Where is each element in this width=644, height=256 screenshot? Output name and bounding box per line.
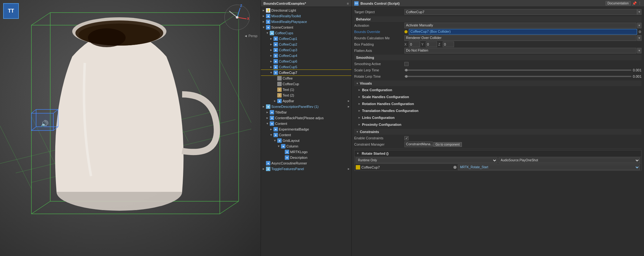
tree-arrow[interactable] bbox=[266, 122, 270, 125]
tree-item-coffeecup1[interactable]: ■ CoffeeCup1 bbox=[261, 36, 351, 42]
tree-arrow[interactable] bbox=[273, 99, 277, 103]
target-object-arrow[interactable]: ▼ bbox=[637, 9, 641, 15]
tree-arrow[interactable] bbox=[262, 167, 266, 170]
scene-gizmo[interactable]: Z X bbox=[223, 3, 251, 31]
tree-expand-right[interactable]: ► bbox=[347, 99, 350, 103]
tree-item-content-main[interactable]: ■ Content bbox=[261, 121, 351, 126]
tree-item-coffee[interactable]: Coffee bbox=[261, 75, 351, 81]
rotate-started-arrow[interactable] bbox=[356, 152, 359, 155]
tree-arrow[interactable] bbox=[277, 145, 281, 148]
visuals-section-header[interactable]: Visuals bbox=[354, 81, 641, 86]
event-function-select[interactable]: MRTK_Rotate_Start bbox=[458, 164, 640, 170]
tree-arrow[interactable] bbox=[262, 9, 266, 12]
tree-arrow[interactable] bbox=[270, 71, 273, 74]
3d-viewport[interactable]: 🔊 TT Z X ◄ Persp bbox=[0, 0, 261, 256]
bounds-override-settings[interactable]: ⚙ bbox=[638, 30, 641, 34]
tree-item-coffeecup2[interactable]: ■ CoffeeCup2 bbox=[261, 42, 351, 47]
bounds-calc-dropdown[interactable]: Renderer Over Collider bbox=[404, 35, 636, 41]
constraints-section-header[interactable]: Constraints bbox=[354, 129, 641, 135]
target-object-value[interactable]: CoffeeCup7 bbox=[404, 9, 637, 15]
tree-arrow[interactable] bbox=[270, 37, 273, 40]
scale-handles-row[interactable]: Scale Handles Configuration bbox=[354, 94, 641, 100]
rotate-lerp-track[interactable] bbox=[404, 76, 631, 77]
hierarchy-tree[interactable]: 💡 Directional Light ■ MixedRealityToolki… bbox=[261, 7, 351, 256]
tree-arrow[interactable] bbox=[262, 105, 266, 108]
tree-item-grid-layout[interactable]: ■ GridLayout bbox=[261, 138, 351, 143]
tree-item-coffeecup6[interactable]: ■ CoffeeCup6 bbox=[261, 58, 351, 64]
tree-arrow[interactable] bbox=[270, 133, 273, 136]
box-padding-z-input[interactable] bbox=[443, 42, 454, 47]
box-config-arrow[interactable] bbox=[358, 88, 361, 92]
tree-arrow[interactable] bbox=[270, 54, 273, 57]
tree-item-description[interactable]: ■ Description bbox=[261, 155, 351, 160]
scale-lerp-thumb[interactable] bbox=[405, 69, 408, 71]
tree-item-content-back[interactable]: ■ ContentBackPlate(Please adjus bbox=[261, 115, 351, 121]
tree-item-content-inner[interactable]: ■ Content bbox=[261, 132, 351, 138]
tree-item-mrtk[interactable]: ■ MixedRealityToolkit bbox=[261, 13, 351, 19]
settings-icon[interactable]: ⋮ bbox=[638, 1, 641, 5]
tree-item-scene-desc[interactable]: ■ SceneDescriptionPanelRev (1) ► bbox=[261, 104, 351, 109]
activation-dropdown[interactable]: Activate Manually bbox=[404, 23, 636, 28]
tree-item-scene-content[interactable]: ■ SceneContent bbox=[261, 25, 351, 30]
tree-arrow[interactable] bbox=[270, 60, 273, 63]
tree-item-titlebar[interactable]: ■ TitleBar bbox=[261, 109, 351, 115]
tree-arrow[interactable] bbox=[266, 116, 270, 120]
rotate-lerp-thumb[interactable] bbox=[405, 75, 408, 78]
tree-arrow[interactable] bbox=[273, 139, 277, 142]
proximity-config-row[interactable]: Proximity Configuration bbox=[354, 121, 641, 128]
tree-item-coffeecup5[interactable]: ■ CoffeeCup5 bbox=[261, 64, 351, 70]
constraint-manager-input[interactable]: ConstraintMana… bbox=[404, 142, 433, 147]
tree-arrow[interactable] bbox=[262, 26, 266, 29]
go-to-component-button[interactable]: Go to component bbox=[433, 142, 462, 147]
tree-item-coffeecup7[interactable]: ■ CoffeeCup7 bbox=[261, 70, 351, 75]
documentation-button[interactable]: Documentation bbox=[605, 1, 631, 6]
tree-item-coffeecup3[interactable]: ■ CoffeeCup3 bbox=[261, 47, 351, 53]
tree-item-coffee-cups[interactable]: ■ CoffeeCups bbox=[261, 30, 351, 36]
smoothing-active-checkbox[interactable] bbox=[404, 62, 409, 66]
tree-item-appbar[interactable]: ■ AppBar ► bbox=[261, 98, 351, 104]
tree-item-text2[interactable]: T Text (2) bbox=[261, 92, 351, 98]
tree-arrow[interactable] bbox=[266, 111, 270, 114]
enable-constraints-checkbox[interactable] bbox=[404, 136, 409, 140]
tree-item-playspace[interactable]: ■ MixedRealityPlayspace bbox=[261, 19, 351, 25]
rotation-handles-arrow[interactable] bbox=[358, 102, 361, 105]
scale-handles-arrow[interactable] bbox=[358, 95, 361, 98]
links-config-row[interactable]: Links Configuration bbox=[354, 114, 641, 121]
tree-item-async-runner[interactable]: ■ AsyncCoroutineRunner bbox=[261, 160, 351, 166]
tree-item-mrtk-logo[interactable]: ■ MRTKLogo bbox=[261, 149, 351, 155]
tree-item-exp-badge[interactable]: ■ ExperimentalBadge bbox=[261, 126, 351, 132]
tree-arrow[interactable] bbox=[270, 128, 273, 131]
bounds-calc-arrow[interactable]: ▼ bbox=[637, 35, 641, 41]
bounds-override-input[interactable]: CoffeeCup7 (Box Collider) bbox=[409, 29, 637, 35]
tree-item-text1[interactable]: T Text (1) bbox=[261, 87, 351, 92]
tree-item-directional-light[interactable]: 💡 Directional Light bbox=[261, 8, 351, 13]
links-config-arrow[interactable] bbox=[358, 116, 361, 119]
tree-arrow[interactable] bbox=[270, 48, 273, 52]
tree-arrow[interactable] bbox=[262, 20, 266, 23]
tree-arrow[interactable] bbox=[266, 31, 270, 35]
translation-handles-row[interactable]: Translation Handles Configuration bbox=[354, 108, 641, 114]
tree-expand-right[interactable]: ► bbox=[347, 105, 350, 108]
rotation-handles-row[interactable]: Rotation Handles Configuration bbox=[354, 101, 641, 107]
flatten-axis-arrow[interactable]: ▼ bbox=[637, 48, 641, 53]
proximity-config-arrow[interactable] bbox=[358, 123, 361, 126]
box-padding-y-input[interactable] bbox=[426, 42, 437, 47]
hierarchy-menu-icon[interactable]: ≡ bbox=[347, 2, 349, 5]
tree-item-coffeecup-mesh[interactable]: CoffeeCup bbox=[261, 81, 351, 87]
tree-arrow[interactable] bbox=[270, 65, 273, 69]
activation-arrow[interactable]: ▼ bbox=[637, 23, 641, 28]
runtime-only-select[interactable]: Runtime Only bbox=[356, 158, 497, 163]
flatten-axis-dropdown[interactable]: Do Not Flatten bbox=[404, 48, 636, 53]
rotate-started-header[interactable]: Rotate Started () bbox=[354, 150, 641, 157]
audio-source-select[interactable]: AudioSource.PlayOneShot bbox=[499, 158, 640, 163]
pin-icon[interactable]: 📌 bbox=[632, 1, 637, 6]
tree-item-coffeecup4[interactable]: ■ CoffeeCup4 bbox=[261, 53, 351, 58]
tree-expand-right[interactable]: ► bbox=[347, 167, 350, 170]
tree-arrow[interactable] bbox=[262, 14, 266, 18]
translation-handles-arrow[interactable] bbox=[358, 109, 361, 112]
tree-item-toggle-panel[interactable]: ■ ToggleFeaturesPanel ► bbox=[261, 166, 351, 172]
box-padding-x-input[interactable] bbox=[409, 42, 420, 47]
tree-arrow[interactable] bbox=[270, 43, 273, 46]
scale-lerp-track[interactable] bbox=[404, 70, 631, 71]
box-config-row[interactable]: Box Configuration bbox=[354, 87, 641, 93]
